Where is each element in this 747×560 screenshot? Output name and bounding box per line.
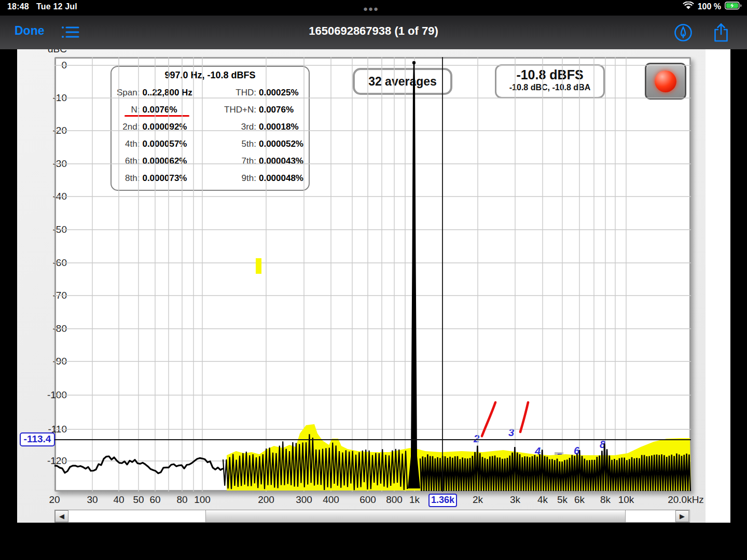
status-time-date: 18:48Tue 12 Jul — [7, 2, 77, 11]
nav-bar: Done 1650692867938 (1 of 79) — [0, 16, 747, 49]
spectrum-plot — [17, 49, 706, 523]
analyzer-screenshot[interactable]: dBC 0-10-20-30-40-50-60-70-80-90-100-110… — [17, 49, 706, 523]
status-date: Tue 12 Jul — [36, 2, 77, 11]
battery-percent: 100 % — [698, 2, 721, 11]
battery-charging-icon — [725, 2, 742, 12]
viewer-right-margin — [706, 49, 730, 523]
wifi-icon — [683, 2, 694, 12]
multitask-dots-icon[interactable]: ●●● — [363, 4, 379, 13]
status-bar: 18:48Tue 12 Jul ●●● 100 % — [0, 0, 747, 16]
document-title: 1650692867938 (1 of 79) — [0, 24, 747, 38]
clock: 18:48 — [7, 2, 29, 11]
markup-pen-icon[interactable] — [674, 23, 693, 44]
share-icon[interactable] — [712, 23, 730, 46]
screen: 18:48Tue 12 Jul ●●● 100 % Done 165069286… — [0, 0, 747, 560]
